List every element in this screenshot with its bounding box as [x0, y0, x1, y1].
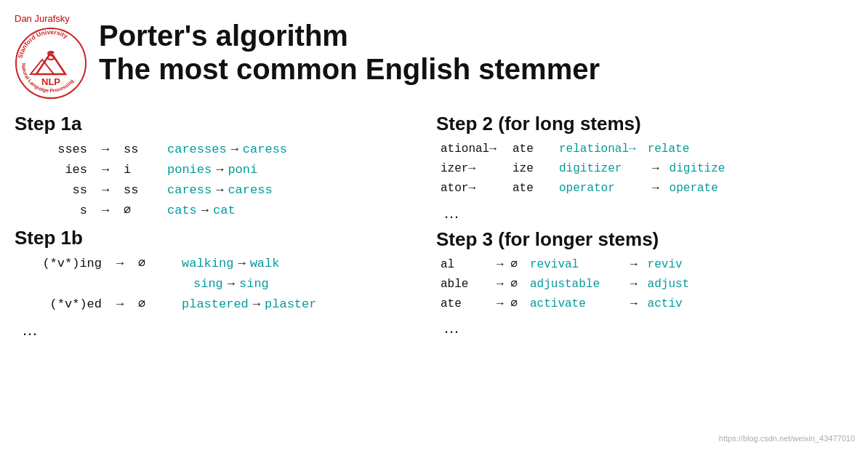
step2-row: ator→ ate operator → operate — [441, 179, 853, 198]
step3-row: ate → ∅ activate → activ — [441, 294, 853, 314]
rule-rhs: ∅ — [138, 254, 182, 274]
s2-ex-result: digitize — [670, 159, 726, 179]
rule-arrow: → — [87, 201, 124, 221]
header: Dan Jurafsky Stanford University Natural… — [0, 0, 868, 107]
s3-ex-result: activ — [648, 294, 683, 314]
step1b-rules: (*v*)ing → ∅ walking → walk sing → sing — [22, 254, 422, 315]
example-result: caress — [228, 180, 272, 201]
s2-lhs: ational→ — [441, 140, 510, 159]
s2-ex-result: operate — [670, 179, 718, 198]
s3-arrow: → ∅ — [487, 294, 527, 314]
rule-rhs: ss — [124, 140, 167, 160]
example-result: sing — [239, 274, 269, 294]
step1b-section: Step 1b (*v*)ing → ∅ walking → walk sing — [15, 227, 422, 339]
s2-rhs: ate — [513, 140, 556, 159]
example-word: caresses — [167, 140, 227, 160]
sub-title: The most common English stemmer — [99, 52, 600, 86]
s2-ex-word: relational→ — [559, 140, 636, 159]
example-arrow: → — [228, 274, 235, 294]
example-word: cats — [167, 201, 197, 221]
step1b-dots: … — [22, 321, 422, 339]
content-area: Step 1a sses → ss caresses → caress ies … — [0, 107, 868, 351]
example-result: cat — [213, 201, 236, 221]
s3-ex-arrow: → — [630, 275, 638, 294]
example-result: caress — [243, 140, 287, 160]
rule-rhs: ∅ — [124, 201, 167, 221]
rule-rhs: ss — [124, 180, 167, 201]
s3-ex-result: reviv — [648, 255, 683, 275]
watermark: https://blog.csdn.net/weixin_43477010 — [719, 434, 855, 443]
s2-ex-result: relate — [648, 140, 690, 159]
rule-arrow: → — [102, 294, 138, 315]
s2-ex-word: operator — [559, 179, 646, 198]
s3-ex-result: adjust — [648, 275, 690, 294]
step1a-rules: sses → ss caresses → caress ies → i poni… — [22, 140, 422, 221]
step2-row: ational→ ate relational→ relate — [441, 140, 853, 159]
step3-rules: al → ∅ revival → reviv able → ∅ adjustab… — [441, 255, 853, 315]
s3-ex-arrow: → — [630, 294, 638, 314]
right-column: Step 2 (for long stems) ational→ ate rel… — [422, 113, 853, 344]
example-arrow: → — [231, 140, 238, 160]
s3-arrow: → ∅ — [487, 275, 527, 294]
rule-row: (*v*)ing → ∅ walking → walk — [22, 254, 422, 274]
rule-row: sses → ss caresses → caress — [22, 140, 422, 160]
step2-dots: … — [443, 204, 853, 222]
rule-row: (*v*)ed → ∅ plastered → plaster — [22, 294, 422, 315]
rule-row: ies → i ponies → poni — [22, 160, 422, 180]
rule-rhs: i — [124, 160, 167, 180]
s3-lhs: ate — [441, 294, 484, 314]
s2-ex-arrow: → — [652, 159, 659, 179]
example-word: sing — [193, 274, 223, 294]
left-column: Step 1a sses → ss caresses → caress ies … — [15, 113, 422, 344]
example-arrow: → — [216, 180, 223, 201]
s3-ex-word: revival — [530, 255, 624, 275]
example-word: plastered — [182, 294, 249, 315]
rule-row: ss → ss caress → caress — [22, 180, 422, 201]
rule-row: sing → sing — [22, 274, 422, 294]
rule-arrow: → — [87, 140, 124, 160]
stanford-nlp-logo: Stanford University Natural Language Pro… — [15, 27, 87, 100]
rule-lhs: sses — [22, 140, 87, 160]
s2-ex-arrow: → — [652, 179, 659, 198]
step3-row: al → ∅ revival → reviv — [441, 255, 853, 275]
step3-section: Step 3 (for longer stems) al → ∅ revival… — [436, 228, 853, 338]
s2-lhs: izer→ — [441, 159, 510, 179]
rule-lhs: (*v*)ed — [22, 294, 102, 315]
rule-arrow: → — [87, 180, 124, 201]
rule-lhs: ies — [22, 160, 87, 180]
step3-dots: … — [443, 318, 853, 337]
rule-arrow: → — [87, 160, 124, 180]
title-area: Porter's algorithm The most common Engli… — [99, 13, 600, 86]
main-title: Porter's algorithm — [99, 19, 600, 52]
example-result: poni — [228, 160, 257, 180]
s2-ex-word: digitizer — [559, 159, 646, 179]
s3-arrow: → ∅ — [487, 255, 527, 275]
author-name: Dan Jurafsky — [15, 13, 70, 24]
example-word: caress — [167, 180, 212, 201]
s2-rhs: ate — [513, 179, 556, 198]
rule-arrow: → — [102, 254, 138, 274]
example-word: ponies — [167, 160, 212, 180]
logo-area: Dan Jurafsky Stanford University Natural… — [15, 13, 87, 100]
s3-ex-arrow: → — [630, 255, 638, 275]
example-arrow: → — [201, 201, 209, 221]
step2-section: Step 2 (for long stems) ational→ ate rel… — [436, 113, 853, 222]
svg-text:NLP: NLP — [41, 76, 60, 87]
example-result: walk — [250, 254, 280, 274]
example-result: plaster — [265, 294, 316, 315]
rule-rhs: ∅ — [138, 294, 182, 315]
rule-row: s → ∅ cats → cat — [22, 201, 422, 221]
example-arrow: → — [253, 294, 260, 315]
step3-row: able → ∅ adjustable → adjust — [441, 275, 853, 294]
s3-lhs: able — [441, 275, 484, 294]
example-arrow: → — [238, 254, 245, 274]
step2-row: izer→ ize digitizer → digitize — [441, 159, 853, 179]
s3-ex-word: adjustable — [530, 275, 624, 294]
rule-lhs: ss — [22, 180, 87, 201]
example-word: walking — [182, 254, 233, 274]
svg-text:S: S — [47, 49, 55, 63]
s3-lhs: al — [441, 255, 484, 275]
step2-heading: Step 2 (for long stems) — [436, 113, 853, 135]
rule-lhs: s — [22, 201, 87, 221]
step3-heading: Step 3 (for longer stems) — [436, 228, 853, 251]
